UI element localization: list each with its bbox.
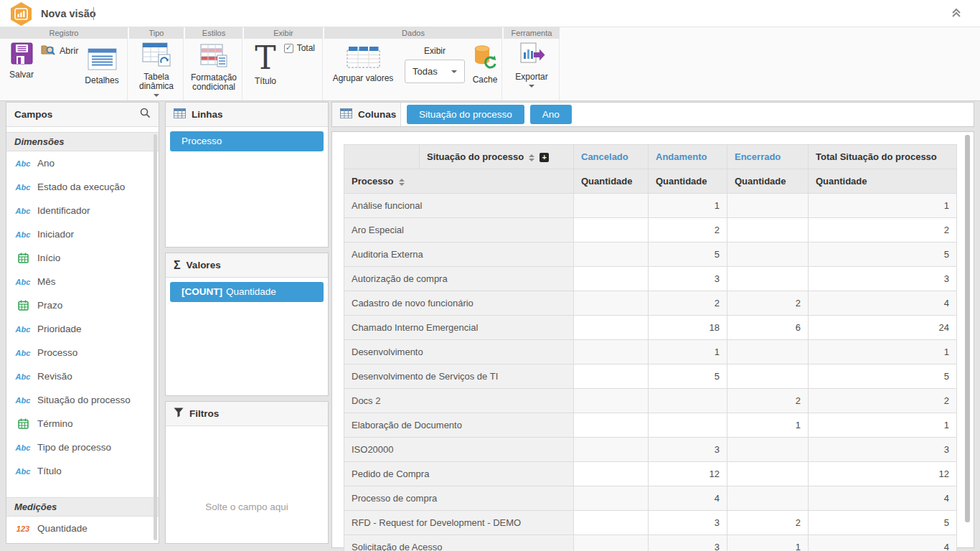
ribbon: Registro Salvar Abrir Detalhes [0,27,980,101]
value-cell-total: 3 [809,438,957,462]
formatacao-condicional-button[interactable]: Formatação condicional [185,44,242,92]
funnel-icon [174,408,184,420]
exportar-button[interactable]: Exportar [511,42,552,88]
sort-icon[interactable] [529,154,534,161]
app-logo-icon [9,2,33,26]
field-item[interactable]: Término [6,412,159,435]
field-item[interactable]: AbcIdentificador [6,199,159,222]
pivot-table-icon [142,42,171,70]
fields-scrollbar[interactable] [154,134,157,540]
calendar-icon [14,418,32,429]
field-item[interactable]: AbcEstado da execução [6,175,159,199]
search-icon[interactable] [140,108,151,121]
detalhes-button[interactable]: Detalhes [80,48,123,85]
process-name-cell: Cadastro de novo funcionário [344,291,574,316]
column-encerrado[interactable]: Encerrado [727,145,809,169]
colunas-chip-situacao[interactable]: Situação do processo [407,105,524,124]
process-name-cell: Docs 2 [344,389,574,413]
value-cell-andamento: 3 [649,511,727,535]
filtros-dropzone[interactable]: Solte o campo aqui [166,426,328,544]
campos-title: Campos [14,109,52,120]
process-name-cell: Autorização de compra [344,267,574,291]
field-section-header: Medições [6,497,159,517]
value-cell-total: 1 [809,340,957,364]
field-item[interactable]: AbcProcesso [6,341,159,364]
value-cell-cancelado [574,194,649,218]
valores-panel: Σ Valores [COUNT]Quantidade [165,253,329,396]
field-item[interactable]: AbcPrioridade [6,317,159,341]
filtros-title: Filtros [189,408,219,419]
value-cell-encerrado: 6 [727,316,809,340]
process-name-cell: Desenvolvimento de Serviços de TI [344,364,574,389]
value-cell-cancelado [574,511,649,535]
valores-title: Valores [187,260,221,270]
cache-label: Cache [473,75,498,85]
text-type-icon: Abc [14,230,32,239]
total-checkbox[interactable]: Total [284,43,315,53]
field-label: Prioridade [37,324,82,334]
field-item[interactable]: AbcSituação do processo [6,388,159,412]
field-item[interactable]: Início [6,246,159,270]
field-item[interactable]: AbcAno [6,151,159,175]
value-cell-andamento: 5 [649,242,727,267]
column-andamento[interactable]: Andamento [649,145,727,169]
group-tipo-label: Tipo [129,27,184,39]
valores-chip-quantidade[interactable]: [COUNT]Quantidade [170,282,324,302]
field-item[interactable]: Prazo [6,293,159,317]
value-cell-andamento: 3 [649,438,727,462]
field-label: Término [37,418,73,429]
process-name-cell: Pedido de Compra [344,462,574,486]
field-item[interactable]: AbcMês [6,270,159,293]
value-cell-total: 5 [809,511,957,535]
expand-plus-icon[interactable]: + [540,153,549,162]
salvar-button[interactable]: Salvar [4,42,39,80]
agrupar-valores-button[interactable]: Agrupar valores [329,46,397,83]
checkbox-checked-icon [284,44,293,53]
field-item[interactable]: AbcTítulo [6,459,159,483]
table-row: Cadastro de novo funcionário224 [344,291,957,316]
table-scrollbar[interactable] [965,135,970,522]
group-estilos: Estilos Formatação condicional [185,27,242,100]
colunas-chip-ano[interactable]: Ano [530,105,572,124]
field-label: Iniciador [37,229,74,240]
field-item[interactable]: AbcTipo de processo [6,435,159,459]
text-type-icon: Abc [14,325,32,334]
formatacao-condicional-label: Formatação condicional [186,73,242,92]
column-cancelado[interactable]: Cancelado [574,145,649,169]
calendar-icon [14,253,32,263]
field-item[interactable]: 123Quantidade [6,517,159,540]
tabela-dinamica-caret-icon [154,94,159,97]
text-type-icon: Abc [14,467,32,476]
measure-header-row: Processo Quantidade Quantidade Quantidad… [344,169,957,194]
titulo-button[interactable]: T Título [250,42,281,86]
group-registro: Registro Salvar Abrir Detalhes [0,27,128,100]
export-icon [519,42,545,70]
group-values-icon [347,46,380,71]
tabela-dinamica-button[interactable]: Tabela dinâmica [135,42,178,97]
sort-icon[interactable] [399,179,405,186]
view-title-input[interactable]: Nova visão [41,0,96,27]
value-cell-andamento: 5 [649,364,727,389]
field-item[interactable]: AbcIniciador [6,222,159,246]
value-cell-encerrado [727,462,809,486]
collapse-ribbon-icon[interactable] [950,7,963,19]
value-cell-encerrado [727,218,809,242]
corner-cell [344,145,420,169]
value-cell-andamento: 3 [649,267,727,291]
cache-button[interactable]: Cache [470,44,500,85]
value-cell-andamento: 12 [649,462,727,486]
value-cell-encerrado: 1 [727,535,809,551]
abrir-button[interactable]: Abrir [41,44,78,58]
exibir-dropdown[interactable]: Todas [405,60,465,83]
column-header-row: Situação do processo+ Cancelado Andament… [344,145,957,169]
field-item[interactable]: AbcRevisão [6,364,159,388]
value-cell-total: 2 [809,389,957,413]
process-name-cell: Análise funcional [344,194,574,218]
valores-chip-label: Quantidade [226,286,276,297]
value-cell-andamento: 1 [649,194,727,218]
table-row: Auditoria Externa55 [344,242,957,267]
process-name-cell: Desenvolvimento [344,340,574,364]
aggregation-prefix: [COUNT] [182,286,222,297]
linhas-chip-processo[interactable]: Processo [170,131,324,151]
table-row: Solicitação de Acesso314 [344,535,957,551]
